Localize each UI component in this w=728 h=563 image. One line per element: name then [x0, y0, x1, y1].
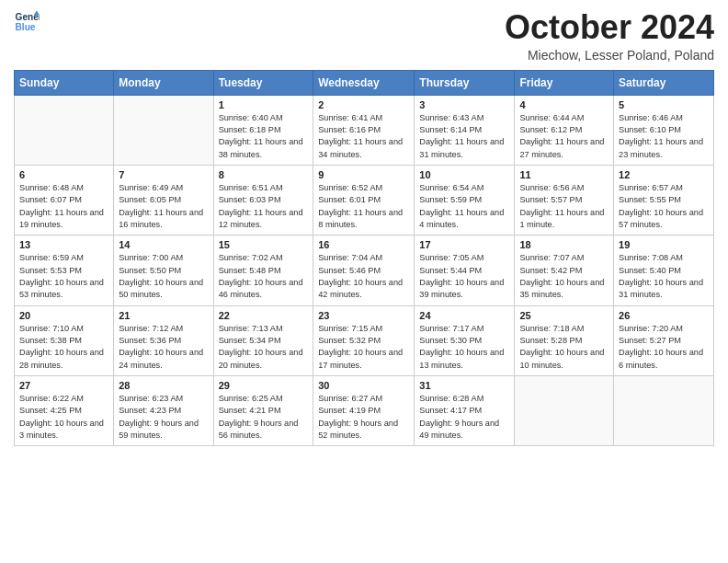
- day-header-tuesday: Tuesday: [213, 70, 313, 95]
- day-info: Sunrise: 6:52 AMSunset: 6:01 PMDaylight:…: [318, 182, 409, 231]
- calendar-cell: 24Sunrise: 7:17 AMSunset: 5:30 PMDayligh…: [415, 305, 515, 375]
- calendar-cell: 1Sunrise: 6:40 AMSunset: 6:18 PMDaylight…: [213, 95, 313, 165]
- header: General Blue October 2024 Miechow, Lesse…: [14, 9, 714, 63]
- calendar-cell: 17Sunrise: 7:05 AMSunset: 5:44 PMDayligh…: [415, 236, 515, 305]
- day-number: 14: [119, 239, 208, 250]
- day-info: Sunrise: 7:04 AMSunset: 5:46 PMDaylight:…: [318, 252, 409, 301]
- location-subtitle: Miechow, Lesser Poland, Poland: [505, 48, 714, 63]
- day-info: Sunrise: 6:25 AMSunset: 4:21 PMDaylight:…: [219, 393, 309, 442]
- svg-text:Blue: Blue: [16, 22, 36, 32]
- calendar-cell: 3Sunrise: 6:43 AMSunset: 6:14 PMDaylight…: [415, 95, 515, 165]
- day-number: 7: [119, 169, 208, 180]
- calendar-cell: 28Sunrise: 6:23 AMSunset: 4:23 PMDayligh…: [114, 376, 213, 446]
- calendar-week-row: 13Sunrise: 6:59 AMSunset: 5:53 PMDayligh…: [15, 236, 714, 305]
- day-number: 23: [318, 310, 409, 321]
- calendar-cell: 26Sunrise: 7:20 AMSunset: 5:27 PMDayligh…: [614, 305, 714, 375]
- day-info: Sunrise: 6:23 AMSunset: 4:23 PMDaylight:…: [119, 393, 208, 442]
- calendar-table: SundayMondayTuesdayWednesdayThursdayFrid…: [14, 70, 714, 447]
- calendar-cell: 18Sunrise: 7:07 AMSunset: 5:42 PMDayligh…: [515, 236, 614, 305]
- calendar-cell: 27Sunrise: 6:22 AMSunset: 4:25 PMDayligh…: [15, 376, 114, 446]
- calendar-cell: 23Sunrise: 7:15 AMSunset: 5:32 PMDayligh…: [313, 305, 415, 375]
- calendar-cell: 20Sunrise: 7:10 AMSunset: 5:38 PMDayligh…: [15, 305, 114, 375]
- day-number: 22: [219, 310, 309, 321]
- day-info: Sunrise: 6:59 AMSunset: 5:53 PMDaylight:…: [19, 252, 108, 301]
- day-info: Sunrise: 7:15 AMSunset: 5:32 PMDaylight:…: [318, 323, 409, 372]
- day-info: Sunrise: 7:07 AMSunset: 5:42 PMDaylight:…: [519, 252, 609, 301]
- calendar-cell: 5Sunrise: 6:46 AMSunset: 6:10 PMDaylight…: [614, 95, 714, 165]
- day-info: Sunrise: 6:41 AMSunset: 6:16 PMDaylight:…: [318, 112, 409, 161]
- day-number: 16: [318, 239, 409, 250]
- logo-icon: General Blue: [14, 9, 40, 35]
- day-number: 15: [219, 239, 309, 250]
- calendar-cell: 13Sunrise: 6:59 AMSunset: 5:53 PMDayligh…: [15, 236, 114, 305]
- day-info: Sunrise: 7:08 AMSunset: 5:40 PMDaylight:…: [619, 252, 709, 301]
- calendar-cell: 4Sunrise: 6:44 AMSunset: 6:12 PMDaylight…: [515, 95, 614, 165]
- day-header-wednesday: Wednesday: [313, 70, 415, 95]
- calendar-cell: 30Sunrise: 6:27 AMSunset: 4:19 PMDayligh…: [313, 376, 415, 446]
- day-info: Sunrise: 6:51 AMSunset: 6:03 PMDaylight:…: [219, 182, 309, 231]
- calendar-cell: 10Sunrise: 6:54 AMSunset: 5:59 PMDayligh…: [415, 165, 515, 235]
- day-number: 28: [119, 380, 208, 391]
- day-number: 10: [419, 169, 509, 180]
- calendar-cell: 11Sunrise: 6:56 AMSunset: 5:57 PMDayligh…: [515, 165, 614, 235]
- calendar-cell: 29Sunrise: 6:25 AMSunset: 4:21 PMDayligh…: [213, 376, 313, 446]
- logo: General Blue: [14, 9, 40, 35]
- day-number: 20: [19, 310, 108, 321]
- day-info: Sunrise: 7:17 AMSunset: 5:30 PMDaylight:…: [419, 323, 509, 372]
- day-number: 1: [219, 99, 309, 110]
- calendar-cell: [114, 95, 213, 165]
- day-number: 21: [119, 310, 208, 321]
- day-number: 12: [619, 169, 709, 180]
- day-number: 8: [219, 169, 309, 180]
- day-number: 17: [419, 239, 509, 250]
- day-info: Sunrise: 6:22 AMSunset: 4:25 PMDaylight:…: [19, 393, 108, 442]
- calendar-cell: 8Sunrise: 6:51 AMSunset: 6:03 PMDaylight…: [213, 165, 313, 235]
- day-number: 5: [619, 99, 709, 110]
- day-info: Sunrise: 7:12 AMSunset: 5:36 PMDaylight:…: [119, 323, 208, 372]
- day-info: Sunrise: 6:54 AMSunset: 5:59 PMDaylight:…: [419, 182, 509, 231]
- calendar-cell: 25Sunrise: 7:18 AMSunset: 5:28 PMDayligh…: [515, 305, 614, 375]
- calendar-cell: 12Sunrise: 6:57 AMSunset: 5:55 PMDayligh…: [614, 165, 714, 235]
- calendar-header-row: SundayMondayTuesdayWednesdayThursdayFrid…: [15, 70, 714, 95]
- calendar-cell: 22Sunrise: 7:13 AMSunset: 5:34 PMDayligh…: [213, 305, 313, 375]
- calendar-cell: 19Sunrise: 7:08 AMSunset: 5:40 PMDayligh…: [614, 236, 714, 305]
- day-info: Sunrise: 7:18 AMSunset: 5:28 PMDaylight:…: [519, 323, 609, 372]
- calendar-cell: 6Sunrise: 6:48 AMSunset: 6:07 PMDaylight…: [15, 165, 114, 235]
- day-header-friday: Friday: [515, 70, 614, 95]
- day-info: Sunrise: 6:44 AMSunset: 6:12 PMDaylight:…: [519, 112, 609, 161]
- day-number: 19: [619, 239, 709, 250]
- day-info: Sunrise: 7:02 AMSunset: 5:48 PMDaylight:…: [219, 252, 309, 301]
- day-number: 27: [19, 380, 108, 391]
- calendar-week-row: 27Sunrise: 6:22 AMSunset: 4:25 PMDayligh…: [15, 376, 714, 446]
- day-info: Sunrise: 6:40 AMSunset: 6:18 PMDaylight:…: [219, 112, 309, 161]
- day-header-thursday: Thursday: [415, 70, 515, 95]
- day-info: Sunrise: 7:10 AMSunset: 5:38 PMDaylight:…: [19, 323, 108, 372]
- calendar-cell: [15, 95, 114, 165]
- day-info: Sunrise: 6:27 AMSunset: 4:19 PMDaylight:…: [318, 393, 409, 442]
- month-title: October 2024: [505, 9, 714, 46]
- day-info: Sunrise: 7:20 AMSunset: 5:27 PMDaylight:…: [619, 323, 709, 372]
- day-number: 30: [318, 380, 409, 391]
- day-number: 13: [19, 239, 108, 250]
- calendar-week-row: 20Sunrise: 7:10 AMSunset: 5:38 PMDayligh…: [15, 305, 714, 375]
- title-block: October 2024 Miechow, Lesser Poland, Pol…: [505, 9, 714, 63]
- day-number: 11: [519, 169, 609, 180]
- day-info: Sunrise: 6:56 AMSunset: 5:57 PMDaylight:…: [519, 182, 609, 231]
- page: General Blue October 2024 Miechow, Lesse…: [0, 0, 728, 460]
- day-number: 4: [519, 99, 609, 110]
- calendar-week-row: 1Sunrise: 6:40 AMSunset: 6:18 PMDaylight…: [15, 95, 714, 165]
- day-info: Sunrise: 6:43 AMSunset: 6:14 PMDaylight:…: [419, 112, 509, 161]
- day-info: Sunrise: 6:49 AMSunset: 6:05 PMDaylight:…: [119, 182, 208, 231]
- day-number: 25: [519, 310, 609, 321]
- calendar-cell: 16Sunrise: 7:04 AMSunset: 5:46 PMDayligh…: [313, 236, 415, 305]
- calendar-cell: [515, 376, 614, 446]
- calendar-cell: 2Sunrise: 6:41 AMSunset: 6:16 PMDaylight…: [313, 95, 415, 165]
- day-info: Sunrise: 6:57 AMSunset: 5:55 PMDaylight:…: [619, 182, 709, 231]
- day-header-sunday: Sunday: [15, 70, 114, 95]
- calendar-cell: 31Sunrise: 6:28 AMSunset: 4:17 PMDayligh…: [415, 376, 515, 446]
- day-info: Sunrise: 6:48 AMSunset: 6:07 PMDaylight:…: [19, 182, 108, 231]
- calendar-cell: 7Sunrise: 6:49 AMSunset: 6:05 PMDaylight…: [114, 165, 213, 235]
- day-info: Sunrise: 7:00 AMSunset: 5:50 PMDaylight:…: [119, 252, 208, 301]
- day-header-monday: Monday: [114, 70, 213, 95]
- calendar-cell: [614, 376, 714, 446]
